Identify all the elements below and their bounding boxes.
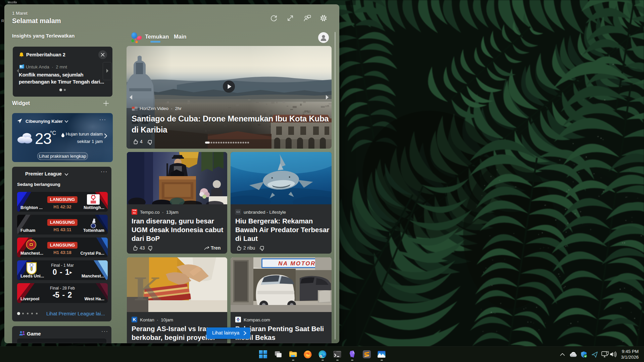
svg-text:NA MOTOR: NA MOTOR [278,260,316,267]
svg-text:K: K [134,269,161,308]
